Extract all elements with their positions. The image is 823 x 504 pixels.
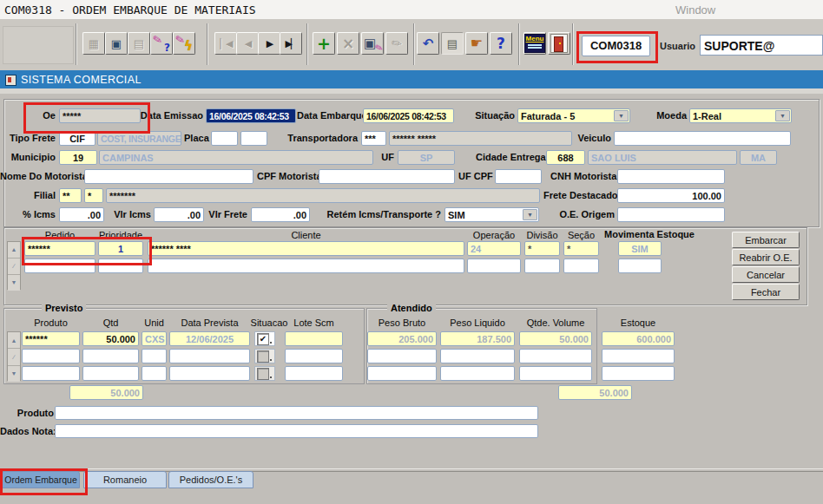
save-button[interactable]: ▦	[82, 32, 105, 55]
lote-scm-cell[interactable]	[285, 366, 343, 381]
print-button[interactable]: ▤	[128, 32, 150, 55]
cliente-cell[interactable]: ****** ****	[148, 241, 464, 256]
nav-last-button[interactable]: ▶▏	[280, 32, 302, 55]
fechar-button[interactable]: Fechar	[732, 284, 800, 300]
nav-first-button[interactable]: ▏◀	[214, 32, 237, 55]
menu-window[interactable]: Window	[675, 3, 715, 16]
screen-button[interactable]: ▣	[105, 32, 128, 55]
municipio-code-field[interactable]: 19	[59, 150, 97, 165]
produto-cell[interactable]	[22, 349, 80, 363]
lote-scm-cell[interactable]	[285, 349, 343, 363]
tipo-frete-field[interactable]: CIF	[59, 131, 95, 146]
vlr-frete-field[interactable]: .00	[251, 207, 310, 222]
prioridade-cell[interactable]	[98, 259, 143, 273]
tab-pedidos-oes[interactable]: Pedidos/O.E.'s	[168, 471, 253, 488]
secao-cell[interactable]: *	[563, 241, 599, 256]
filial-label: Filial	[24, 190, 56, 200]
uf-cpf-field[interactable]	[495, 169, 542, 184]
nav-next-button[interactable]: ▶	[258, 32, 280, 55]
movimenta-estoque-cell[interactable]	[618, 259, 662, 273]
cnh-motorista-field[interactable]	[617, 169, 725, 184]
delete-record-button[interactable]: ×	[337, 32, 359, 55]
cpf-motorista-field[interactable]	[319, 169, 455, 184]
divisao-cell[interactable]	[524, 259, 560, 273]
cidade-entrega-code-field[interactable]: 688	[546, 150, 585, 165]
data-emissao-field[interactable]: 16/06/2025 08:42:53	[206, 108, 296, 123]
pct-icms-field[interactable]: .00	[59, 207, 104, 222]
scroll-down-icon[interactable]: ▼	[8, 366, 20, 382]
cliente-cell[interactable]	[148, 259, 464, 273]
lote-scm-cell[interactable]	[285, 331, 343, 346]
help-button[interactable]: ?	[490, 32, 512, 55]
scroll-thumb[interactable]: ∕	[8, 259, 20, 275]
pedido-cell[interactable]	[24, 259, 95, 273]
moeda-combo[interactable]: 1-Real ▼	[689, 108, 792, 123]
data-embarque-field[interactable]: 16/06/2025 08:42:53	[363, 108, 454, 123]
module-banner: SISTEMA COMERCIAL	[0, 70, 823, 89]
situacao-checkbox[interactable]	[254, 349, 275, 363]
produto-footer-field[interactable]	[55, 406, 538, 420]
scroll-up-icon[interactable]: ▲	[8, 332, 20, 349]
dados-nota-field[interactable]	[55, 424, 538, 438]
qtd-cell[interactable]	[82, 366, 139, 381]
qtd-cell[interactable]: 50.000	[82, 331, 139, 346]
unid-cell: CXS	[142, 331, 167, 346]
prioridade-cell[interactable]: 1	[98, 241, 143, 256]
usuario-field[interactable]: SUPORTE@	[700, 35, 823, 56]
filial-code2-field[interactable]: *	[84, 188, 103, 203]
nome-motorista-label: Nome Do Motorista	[0, 171, 82, 181]
total-volume-field: 50.000	[558, 385, 632, 400]
edit-window-button[interactable]: ▣ ✎	[361, 32, 384, 55]
embarcar-button[interactable]: Embarcar	[732, 232, 800, 248]
clear-button[interactable]: ✎	[385, 32, 408, 55]
retem-icms-combo[interactable]: SIM ▼	[444, 207, 539, 222]
divisao-cell[interactable]: *	[524, 241, 560, 256]
cidade-entrega-name-field: SAO LUIS	[588, 150, 737, 165]
placa-field-1[interactable]	[211, 131, 238, 146]
atendido-legend: Atendido	[387, 303, 436, 313]
nav-prev-button[interactable]: ◀	[236, 32, 259, 55]
menu-button[interactable]: Menu	[523, 32, 546, 55]
qtd-cell[interactable]	[82, 349, 139, 363]
verify-button[interactable]: ✎ ?	[150, 32, 173, 55]
transportadora-code-field[interactable]: ***	[361, 131, 386, 146]
oe-origem-field[interactable]	[617, 207, 725, 222]
clipboard-button[interactable]: ▤	[441, 32, 464, 55]
transportadora-label: Transportadora	[271, 133, 358, 143]
situacao-combo[interactable]: Faturada - 5 ▼	[517, 108, 630, 123]
movimenta-estoque-cell[interactable]: SIM	[618, 241, 662, 256]
execute-button[interactable]: ✎ ϟ	[173, 32, 195, 55]
situacao-checkbox[interactable]: ✔	[254, 331, 275, 346]
scroll-thumb[interactable]: ∕	[8, 349, 20, 365]
operacao-cell[interactable]	[467, 259, 521, 273]
tab-romaneio[interactable]: Romaneio	[83, 471, 167, 488]
vlr-icms-field[interactable]: .00	[154, 207, 204, 222]
qtde-volume-cell	[519, 366, 592, 381]
pedidos-record-scrollbar[interactable]: ▲ ∕ ▼	[7, 241, 21, 290]
situacao-checkbox[interactable]	[254, 366, 275, 381]
tab-ordem-embarque[interactable]: Ordem Embarque	[2, 471, 80, 488]
scroll-down-icon[interactable]: ▼	[8, 275, 20, 291]
filial-code1-field[interactable]: **	[59, 188, 82, 203]
secao-cell[interactable]	[563, 259, 599, 273]
execute-query-button[interactable]: ☛	[465, 32, 488, 55]
program-code-field[interactable]: COM0318	[582, 36, 650, 56]
data-prevista-cell	[169, 349, 250, 363]
scroll-up-icon[interactable]: ▲	[8, 242, 20, 259]
add-record-button[interactable]: +	[313, 32, 335, 55]
cidade-entrega-uf-field: MA	[740, 150, 777, 165]
placa-field-2[interactable]	[240, 131, 267, 146]
produto-cell[interactable]: ******	[22, 331, 80, 346]
exit-button[interactable]	[548, 32, 570, 55]
pedido-cell[interactable]: ******	[24, 241, 95, 256]
itens-record-scrollbar[interactable]: ▲ ∕ ▼	[7, 331, 21, 381]
frete-destacado-field[interactable]: 100.00	[617, 188, 725, 203]
uf-field: SP	[398, 150, 455, 165]
undo-button[interactable]: ↶	[417, 32, 439, 55]
cancelar-button[interactable]: Cancelar	[732, 266, 800, 283]
operacao-cell[interactable]: 24	[467, 241, 521, 256]
nome-motorista-field[interactable]	[84, 169, 253, 184]
produto-cell[interactable]	[22, 366, 80, 381]
veiculo-field[interactable]	[614, 131, 791, 146]
reabrir-oe-button[interactable]: Reabrir O.E.	[732, 249, 800, 265]
